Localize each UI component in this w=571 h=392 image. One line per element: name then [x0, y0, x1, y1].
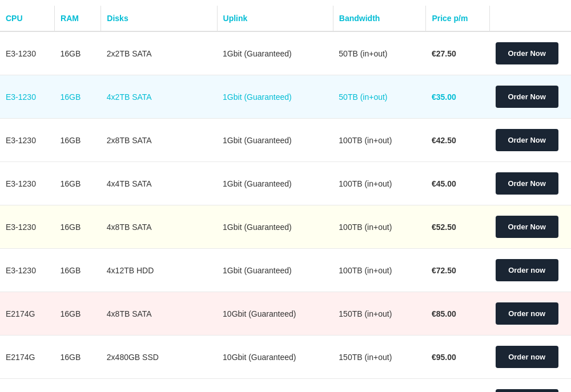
- order-now-button[interactable]: Order now: [496, 346, 558, 368]
- cell-uplink: 1Gbit (Guaranteed): [217, 249, 333, 292]
- cell-disks: 4x8TB SATA: [101, 205, 217, 249]
- cell-ram: 16GB: [55, 119, 101, 162]
- cell-action: Order Now: [490, 162, 571, 205]
- order-now-button[interactable]: Order Now: [496, 172, 558, 195]
- cell-cpu: E3-1230: [0, 75, 55, 119]
- table-row: E3-123016GB4x4TB SATA1Gbit (Guaranteed)1…: [0, 162, 571, 205]
- order-now-button[interactable]: Order now: [496, 259, 558, 281]
- order-now-button[interactable]: Order Now: [496, 86, 558, 108]
- cell-disks: 2x480GB SSD: [101, 336, 217, 379]
- cell-action: Order Now: [490, 31, 571, 75]
- header-ram: RAM: [55, 6, 101, 31]
- cell-cpu: E3-1230: [0, 205, 55, 249]
- cell-cpu: E2174G: [0, 292, 55, 336]
- cell-ram: 16GB: [55, 292, 101, 336]
- cell-action: Order Now: [490, 75, 571, 119]
- cell-ram: 16GB: [55, 249, 101, 292]
- cell-price: €45.00: [426, 162, 490, 205]
- cell-bandwidth: 50TB (in+out): [333, 75, 426, 119]
- cell-action: Order now: [490, 292, 571, 336]
- cell-ram: 16GB: [55, 162, 101, 205]
- server-pricing-table: CPU RAM Disks Uplink Bandwidth Price p/m…: [0, 0, 571, 392]
- table-row: E3-123016GB4x8TB SATA1Gbit (Guaranteed)1…: [0, 205, 571, 249]
- cell-cpu: E3-1230: [0, 31, 55, 75]
- cell-price: €35.00: [426, 75, 490, 119]
- cell-uplink: 10Gbit (Guaranteed): [217, 336, 333, 379]
- cell-action: Order Now: [490, 119, 571, 162]
- cell-action: Order Now: [490, 205, 571, 249]
- cell-disks: 4x8TB SATA: [101, 292, 217, 336]
- cell-ram: 16GB: [55, 205, 101, 249]
- order-now-button[interactable]: Order Now: [496, 216, 558, 238]
- cell-bandwidth: 150TB (in+out): [333, 336, 426, 379]
- table-row: E2174G16GB2x480GB SSD10Gbit (Guaranteed)…: [0, 336, 571, 379]
- cell-price: €72.50: [426, 249, 490, 292]
- table-row: E2174G16GB4x8TB SATA10Gbit (Guaranteed)1…: [0, 292, 571, 336]
- cell-cpu: E3-1230: [0, 249, 55, 292]
- order-now-button[interactable]: Order now: [496, 389, 558, 392]
- order-now-button[interactable]: Order Now: [496, 42, 558, 64]
- cell-disks: 4x4TB SATA: [101, 162, 217, 205]
- table-row: E2174G16GB4x480GB SSD10Gbit (Guaranteed)…: [0, 379, 571, 393]
- cell-ram: 16GB: [55, 379, 101, 393]
- cell-bandwidth: 100TB (in+out): [333, 162, 426, 205]
- cell-uplink: 1Gbit (Guaranteed): [217, 31, 333, 75]
- header-price: Price p/m: [426, 6, 490, 31]
- cell-bandwidth: 100TB (in+out): [333, 119, 426, 162]
- cell-uplink: 10Gbit (Guaranteed): [217, 379, 333, 393]
- cell-cpu: E3-1230: [0, 162, 55, 205]
- cell-uplink: 10Gbit (Guaranteed): [217, 292, 333, 336]
- header-cpu: CPU: [0, 6, 55, 31]
- cell-disks: 2x2TB SATA: [101, 31, 217, 75]
- header-disks: Disks: [101, 6, 217, 31]
- cell-ram: 16GB: [55, 31, 101, 75]
- order-now-button[interactable]: Order Now: [496, 129, 558, 151]
- cell-price: €27.50: [426, 31, 490, 75]
- cell-price: €42.50: [426, 119, 490, 162]
- cell-action: Order now: [490, 379, 571, 393]
- cell-disks: 2x8TB SATA: [101, 119, 217, 162]
- cell-bandwidth: 100TB (in+out): [333, 249, 426, 292]
- cell-ram: 16GB: [55, 75, 101, 119]
- header-action: [490, 6, 571, 31]
- cell-disks: 4x12TB HDD: [101, 249, 217, 292]
- cell-cpu: E2174G: [0, 379, 55, 393]
- cell-price: €52.50: [426, 205, 490, 249]
- cell-bandwidth: 50TB (in+out): [333, 31, 426, 75]
- cell-action: Order now: [490, 249, 571, 292]
- cell-cpu: E2174G: [0, 336, 55, 379]
- order-now-button[interactable]: Order now: [496, 302, 558, 325]
- cell-uplink: 1Gbit (Guaranteed): [217, 205, 333, 249]
- table-row: E3-123016GB4x12TB HDD1Gbit (Guaranteed)1…: [0, 249, 571, 292]
- cell-price: €85.00: [426, 292, 490, 336]
- cell-uplink: 1Gbit (Guaranteed): [217, 75, 333, 119]
- cell-disks: 4x480GB SSD: [101, 379, 217, 393]
- table-row: E3-123016GB2x8TB SATA1Gbit (Guaranteed)1…: [0, 119, 571, 162]
- cell-bandwidth: 100TB (in+out): [333, 205, 426, 249]
- cell-price: €95.00: [426, 336, 490, 379]
- cell-disks: 4x2TB SATA: [101, 75, 217, 119]
- cell-price: €115.00: [426, 379, 490, 393]
- cell-action: Order now: [490, 336, 571, 379]
- header-uplink: Uplink: [217, 6, 333, 31]
- cell-uplink: 1Gbit (Guaranteed): [217, 119, 333, 162]
- header-bandwidth: Bandwidth: [333, 6, 426, 31]
- table-row: E3-123016GB2x2TB SATA1Gbit (Guaranteed)5…: [0, 31, 571, 75]
- cell-uplink: 1Gbit (Guaranteed): [217, 162, 333, 205]
- cell-ram: 16GB: [55, 336, 101, 379]
- cell-bandwidth: 150TB (in+out): [333, 292, 426, 336]
- table-row: E3-123016GB4x2TB SATA1Gbit (Guaranteed)5…: [0, 75, 571, 119]
- cell-cpu: E3-1230: [0, 119, 55, 162]
- table-header-row: CPU RAM Disks Uplink Bandwidth Price p/m: [0, 6, 571, 31]
- cell-bandwidth: 150TB (in+out): [333, 379, 426, 393]
